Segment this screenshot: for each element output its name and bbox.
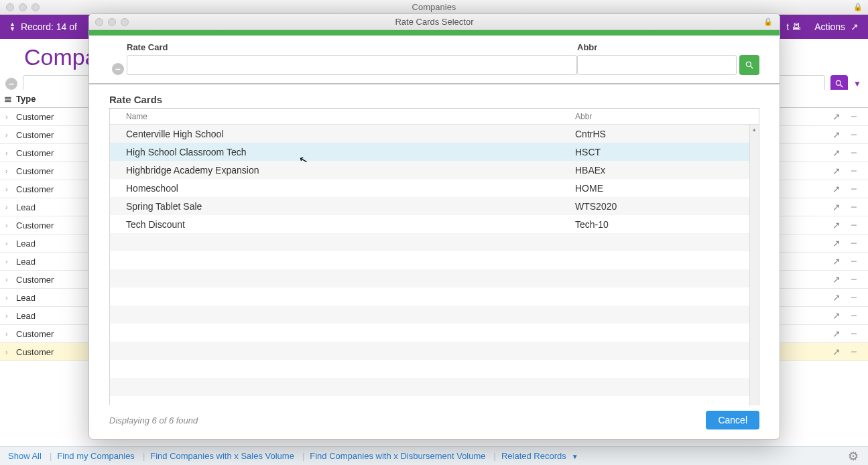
rate-card-row[interactable]: Highbridge Academy ExpansionHBAEx [110,161,759,179]
remove-icon[interactable]: – [845,255,863,267]
remove-icon[interactable]: – [845,219,863,231]
bottom-bar: Show All|Find my Companies|Find Companie… [0,446,868,465]
record-nav-arrows[interactable]: ▲▼ [9,22,15,31]
search-icon [834,79,844,88]
print-icon: 🖶 [792,21,801,32]
modal-search-button[interactable] [739,55,759,75]
row-caret-icon: › [0,149,16,157]
row-caret-icon: › [0,167,16,175]
cell-abbr: HOME [575,183,743,194]
result-count: Displaying 6 of 6 found [109,415,198,425]
cell-name: Tech Discount [126,219,575,230]
cell-name: Centerville High School [126,129,575,139]
main-titlebar: Companies 🔒 [0,0,868,15]
rate-cards-modal: Rate Cards Selector 🔒 – Rate Card Abbr R… [88,13,780,440]
remove-icon[interactable]: – [845,147,863,159]
bg-search-dropdown-icon[interactable]: ▼ [853,79,861,88]
remove-icon[interactable]: – [845,183,863,195]
row-caret-icon: › [0,257,16,265]
bottom-link[interactable]: Find Companies with x Disbursement Volum… [310,451,485,461]
remove-icon[interactable]: – [845,165,863,177]
cancel-button[interactable]: Cancel [706,411,759,429]
separator: | [302,451,304,461]
row-caret-icon: › [0,275,16,283]
modal-traffic-min[interactable] [108,18,116,26]
separator: | [50,451,52,461]
actions-menu[interactable]: Actions ↗ [814,21,859,32]
clear-left-icon[interactable]: – [5,78,17,90]
modal-traffic-close[interactable] [95,18,103,26]
cell-name: Highbridge Academy Expansion [126,165,575,176]
open-icon[interactable]: ↗ [828,129,845,140]
open-icon[interactable]: ↗ [828,111,845,122]
open-icon[interactable]: ↗ [828,256,845,267]
ratecard-input[interactable] [127,55,577,75]
row-caret-icon: › [0,221,16,229]
row-caret-icon: › [0,239,16,247]
chevron-down-icon: ▼ [572,453,578,460]
scroll-up-icon[interactable]: ▴ [753,126,756,133]
rate-card-row-empty: .. [110,306,759,324]
rc-header: Name Abbr [110,109,759,125]
clear-search-icon[interactable]: – [112,63,124,75]
main-window-title: Companies [0,2,868,12]
remove-icon[interactable]: – [845,201,863,213]
open-icon[interactable]: ↗ [828,328,845,339]
row-caret-icon: › [0,330,16,338]
open-icon[interactable]: ↗ [828,274,845,285]
traffic-min[interactable] [19,3,27,11]
modal-search-row: – Rate Card Abbr [89,36,780,84]
remove-icon[interactable]: – [845,273,863,285]
remove-icon[interactable]: – [845,291,863,304]
remove-icon[interactable]: – [845,346,863,358]
open-icon[interactable]: ↗ [828,147,845,158]
rate-card-row[interactable]: HomeschoolHOME [110,179,759,197]
rate-card-row[interactable]: High School Classroom TechHSCT [110,143,759,161]
row-caret-icon: › [0,185,16,193]
abbr-input[interactable] [577,55,737,75]
traffic-max[interactable] [32,3,40,11]
open-icon[interactable]: ↗ [828,346,845,357]
col-name[interactable]: Name [126,112,575,121]
open-icon[interactable]: ↗ [828,202,845,212]
rate-card-row-empty: .. [110,396,759,405]
traffic-close[interactable] [6,3,14,11]
remove-icon[interactable]: – [845,129,863,141]
search-icon [745,60,754,70]
modal-titlebar: Rate Cards Selector 🔒 [89,14,780,30]
scrollbar[interactable]: ▴ ▾ [749,125,759,405]
remove-icon[interactable]: – [845,328,863,340]
bottom-link[interactable]: Related Records [501,451,566,461]
bottom-link[interactable]: Find my Companies [57,451,135,461]
rate-card-row[interactable]: Tech DiscountTech-10 [110,215,759,233]
row-caret-icon: › [0,131,16,139]
print-button[interactable]: t 🖶 [786,21,801,32]
open-icon[interactable]: ↗ [828,292,845,303]
remove-icon[interactable]: – [845,310,863,322]
rate-card-row[interactable]: Spring Tablet SaleWTS2020 [110,197,759,215]
open-icon[interactable]: ↗ [828,310,845,321]
row-caret-icon: › [0,348,16,356]
rate-card-row-empty: .. [110,324,759,342]
bottom-link[interactable]: Find Companies with x Sales Volume [150,451,294,461]
rate-card-row-empty: .. [110,360,759,378]
row-caret-icon: › [0,312,16,320]
remove-icon[interactable]: – [845,237,863,249]
open-icon[interactable]: ↗ [828,184,845,194]
col-abbr[interactable]: Abbr [575,112,743,121]
remove-icon[interactable]: – [845,111,863,123]
open-icon[interactable]: ↗ [828,220,845,230]
gear-icon[interactable]: ⚙ [848,449,859,464]
modal-accent-stripe [89,30,780,36]
open-icon[interactable]: ↗ [828,165,845,176]
cell-name: Spring Tablet Sale [126,201,575,212]
rate-card-row-empty: .. [110,233,759,251]
bottom-link[interactable]: Show All [8,451,42,461]
ratecard-label: Rate Card [127,42,577,52]
row-caret-icon: › [0,293,16,302]
cell-abbr: WTS2020 [575,201,743,212]
abbr-label: Abbr [577,42,737,52]
modal-traffic-max[interactable] [121,18,129,26]
open-icon[interactable]: ↗ [828,238,845,249]
rate-card-row[interactable]: Centerville High SchoolCntrHS [110,125,759,143]
